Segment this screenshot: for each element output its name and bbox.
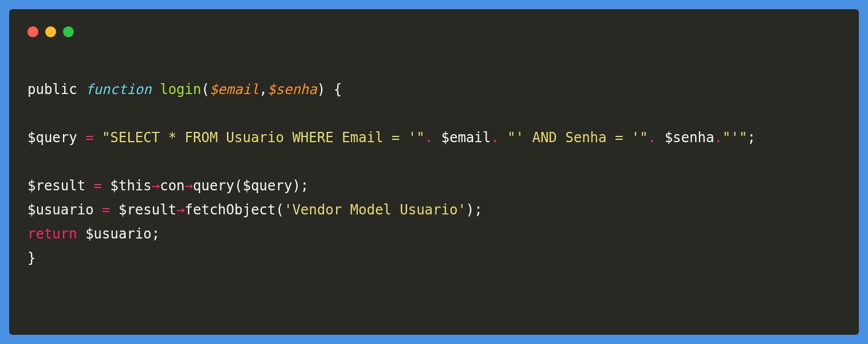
code-token: );: [466, 202, 483, 218]
code-token: .: [425, 130, 441, 146]
code-token: =: [94, 178, 111, 194]
code-token: .: [714, 130, 722, 146]
code-line: $query = "SELECT * FROM Usuario WHERE Em…: [27, 126, 841, 150]
code-token: "' AND Senha = '": [507, 130, 648, 146]
code-token: $email: [441, 130, 491, 146]
code-window: public function login($email,$senha) { $…: [9, 9, 859, 335]
code-token: $senha: [267, 81, 317, 97]
code-line: }: [27, 246, 841, 270]
code-line: $usuario = $result→fetchObject('Vendor M…: [27, 198, 841, 222]
code-token: →: [176, 202, 184, 218]
minimize-icon[interactable]: [45, 26, 56, 37]
maximize-icon[interactable]: [63, 26, 74, 37]
window-controls: [27, 26, 841, 37]
code-line: $result = $this→con→query($query);: [27, 174, 841, 198]
code-block: public function login($email,$senha) { $…: [27, 77, 841, 270]
code-token: con: [160, 178, 184, 194]
code-token: ,: [259, 81, 267, 97]
code-line: [27, 150, 841, 174]
code-token: ) {: [317, 81, 342, 97]
code-line: [27, 101, 841, 126]
code-token: }: [27, 250, 35, 266]
code-token: query($query);: [193, 178, 309, 194]
code-token: fetchObject(: [185, 202, 284, 218]
code-token: "'": [723, 130, 747, 146]
code-token: =: [85, 130, 102, 146]
code-token: return: [27, 226, 85, 242]
code-line: public function login($email,$senha) {: [27, 77, 841, 101]
code-token: login: [160, 81, 201, 97]
code-token: .: [491, 130, 507, 146]
code-token: =: [102, 202, 119, 218]
code-token: 'Vendor Model Usuario': [284, 202, 466, 218]
code-token: $query: [27, 130, 85, 146]
code-token: $result: [27, 178, 94, 194]
code-token: $email: [210, 81, 259, 97]
code-token: ;: [747, 130, 755, 146]
code-token: →: [152, 178, 160, 194]
code-token: public: [27, 81, 85, 97]
code-token: $result: [119, 202, 176, 218]
code-token: (: [201, 81, 209, 97]
code-token: .: [648, 130, 665, 146]
code-token: $usuario;: [85, 226, 160, 242]
code-line: return $usuario;: [27, 222, 841, 246]
code-token: function: [85, 81, 160, 97]
code-token: $senha: [665, 130, 715, 146]
code-token: $usuario: [27, 202, 102, 218]
code-token: →: [185, 178, 193, 194]
code-token: $this: [111, 178, 152, 194]
close-icon[interactable]: [27, 26, 38, 37]
code-token: "SELECT * FROM Usuario WHERE Email = '": [102, 130, 425, 146]
